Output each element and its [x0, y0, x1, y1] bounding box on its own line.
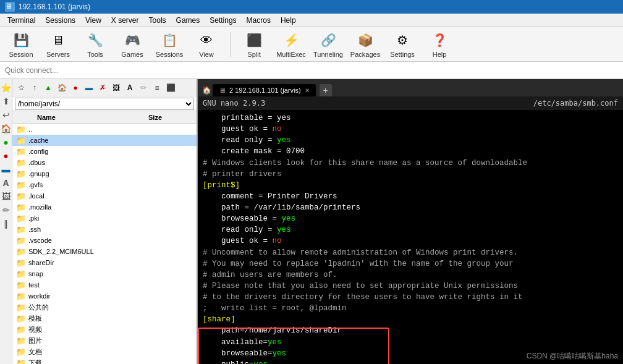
menu-tools[interactable]: Tools: [144, 15, 171, 26]
quick-connect-input[interactable]: [5, 66, 129, 75]
menu-sessions[interactable]: Sessions: [40, 15, 80, 26]
list-item[interactable]: 📁.cache: [12, 135, 197, 146]
file-name-label: SDK_2.2_MCIM6ULL: [28, 248, 172, 255]
file-toolbar: ☆ ↑ ▲ 🏠 ● ▬ ✗ 🖼 A ✏ ≡ ⬛: [12, 79, 197, 96]
home-icon[interactable]: 🏠: [1, 124, 11, 133]
list-item[interactable]: 📁.ssh: [12, 224, 197, 235]
file-toolbar-btn3[interactable]: ▲: [42, 82, 54, 94]
nano-file: /etc/samba/smb.conf: [533, 99, 618, 108]
toolbar-view[interactable]: 👁 View: [190, 29, 222, 59]
list-item[interactable]: 📁.vscode: [12, 235, 197, 246]
list-item[interactable]: 📁下载: [12, 357, 197, 364]
tab-home-icon[interactable]: 🏠: [200, 84, 213, 96]
toolbar-games[interactable]: 🎮 Games: [116, 29, 148, 59]
list-item[interactable]: 📁test: [12, 279, 197, 290]
file-toolbar-btn1[interactable]: ☆: [15, 82, 27, 94]
tab-label: 2 192.168.1.101 (jarvis): [229, 87, 301, 94]
menu-help[interactable]: Help: [276, 15, 301, 26]
toolbar-packages[interactable]: 📦 Packages: [349, 29, 381, 59]
file-toolbar-btn12[interactable]: ⬛: [164, 82, 177, 94]
list-item[interactable]: 📁.pki: [12, 213, 197, 224]
up-icon[interactable]: ⬆: [2, 96, 10, 106]
tab-active[interactable]: 🖥 2 192.168.1.101 (jarvis) ✕: [213, 84, 316, 96]
file-toolbar-btn6[interactable]: ▬: [83, 82, 95, 94]
file-toolbar-btn4[interactable]: 🏠: [56, 82, 68, 94]
picture-icon[interactable]: 🖼: [2, 192, 11, 201]
sessions-icon: 📋: [159, 30, 179, 50]
file-toolbar-btn8[interactable]: 🖼: [110, 82, 122, 94]
file-toolbar-btn9[interactable]: A: [124, 82, 136, 94]
list-item[interactable]: 📁snap: [12, 268, 197, 279]
list-item[interactable]: 📁文档: [12, 346, 197, 357]
menu-view[interactable]: View: [80, 15, 106, 26]
file-toolbar-btn7[interactable]: ✗: [96, 82, 109, 94]
file-name-label: .config: [28, 148, 172, 155]
terminal-line: # Please note that you also need to set …: [203, 281, 618, 292]
menu-xserver[interactable]: X server: [106, 15, 144, 26]
folder-icon: 📁: [15, 269, 27, 279]
toolbar-session[interactable]: 💾 Session: [5, 29, 37, 59]
list-item[interactable]: 📁.local: [12, 190, 197, 201]
menu-settings[interactable]: Settings: [205, 15, 241, 26]
packages-icon: 📦: [355, 30, 375, 50]
toolbar-help[interactable]: ❓ Help: [423, 29, 456, 59]
bookmark-icon[interactable]: ⭐: [1, 83, 11, 93]
list-item[interactable]: 📁.gnupg: [12, 168, 197, 179]
watermark: CSDN @咕噶咕噶斯基haha: [527, 351, 618, 362]
list-item[interactable]: 📁公共的: [12, 302, 197, 313]
toolbar: 💾 Session 🖥 Servers 🔧 Tools 🎮 Games 📋 Se…: [0, 27, 623, 62]
terminal-line: # admin users are members of.: [203, 269, 618, 281]
list-item[interactable]: 📁.mozilla: [12, 201, 197, 213]
toolbar-sessions[interactable]: 📋 Sessions: [153, 29, 185, 59]
toolbar-split[interactable]: ⬛ Split: [238, 29, 270, 59]
toolbar-servers[interactable]: 🖥 Servers: [42, 29, 74, 59]
file-toolbar-btn2[interactable]: ↑: [28, 82, 41, 94]
terminal-line: path=/home/jarvis/shareDir: [203, 325, 618, 336]
tab-new-btn[interactable]: +: [320, 84, 332, 96]
list-item[interactable]: 📁workdir: [12, 290, 197, 302]
list-item[interactable]: 📁.gvfs: [12, 179, 197, 190]
list-item[interactable]: 📁图片: [12, 335, 197, 346]
list-item[interactable]: 📁视频: [12, 324, 197, 335]
double-bar-icon: ‖: [4, 219, 8, 229]
file-name-label: shareDir: [28, 259, 172, 266]
path-select[interactable]: /home/jarvis/: [15, 98, 194, 110]
tool2-icon[interactable]: ✏: [2, 205, 10, 215]
toolbar-multiexec[interactable]: ⚡ MultiExec: [275, 29, 307, 59]
file-name-label: .vscode: [28, 237, 172, 244]
list-item[interactable]: 📁..: [12, 124, 197, 135]
file-name-label: 公共的: [28, 303, 172, 312]
terminal-line: guest ok = no: [203, 235, 618, 247]
terminal-line: create mask = 0700: [203, 146, 618, 157]
list-item[interactable]: 📁SDK_2.2_MCIM6ULL: [12, 246, 197, 257]
file-toolbar-btn5[interactable]: ●: [69, 82, 82, 94]
col-size-header: Size: [148, 114, 197, 121]
refresh-icon[interactable]: ↩: [2, 110, 10, 120]
nano-name: GNU nano 2.9.3: [203, 99, 265, 108]
menu-macros[interactable]: Macros: [242, 15, 276, 26]
col-name-header: Name: [12, 114, 148, 121]
list-item[interactable]: 📁shareDir: [12, 257, 197, 268]
file-name-label: 下载: [28, 358, 172, 365]
menu-terminal[interactable]: Terminal: [2, 15, 40, 26]
path-bar: /home/jarvis/: [12, 96, 197, 111]
terminal-content[interactable]: printable = yes guest ok = no read only …: [198, 110, 623, 364]
list-item[interactable]: 📁.dbus: [12, 157, 197, 168]
tunneling-label: Tunneling: [313, 51, 343, 58]
session-label: Session: [9, 51, 33, 58]
list-item[interactable]: 📁.config: [12, 146, 197, 157]
menu-games[interactable]: Games: [171, 15, 205, 26]
toolbar-tunneling[interactable]: 🔗 Tunneling: [312, 29, 344, 59]
file-toolbar-btn10[interactable]: ✏: [137, 82, 150, 94]
tab-close-btn[interactable]: ✕: [305, 87, 310, 94]
toolbar-tools[interactable]: 🔧 Tools: [79, 29, 111, 59]
terminal-line: # to the drivers directory for these use…: [203, 292, 618, 303]
toolbar-settings[interactable]: ⚙ Settings: [386, 29, 418, 59]
multiexec-label: MultiExec: [276, 51, 306, 58]
folder-icon: 📁: [15, 313, 27, 323]
list-item[interactable]: 📁模板: [12, 313, 197, 324]
session-icon: 💾: [11, 30, 31, 50]
terminal-line: comment = Printer Drivers: [203, 191, 618, 202]
main-content: ⭐ ⬆ ↩ 🏠 ● ● ▬ A 🖼 ✏ ‖ ☆ ↑ ▲ 🏠 ● ▬ ✗ 🖼 A: [0, 79, 623, 364]
file-toolbar-btn11[interactable]: ≡: [151, 82, 163, 94]
